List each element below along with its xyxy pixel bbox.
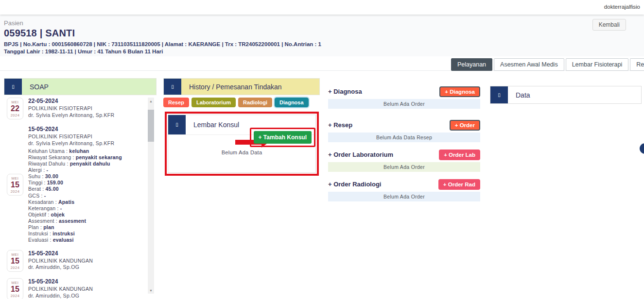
entry-date: 22-05-2024 — [28, 98, 114, 104]
badge-month: MEI — [7, 100, 23, 104]
patient-info-line2: Tanggal Lahir : 1982-11-11 | Umur : 41 T… — [4, 49, 640, 54]
add-diagnosa-button[interactable]: + Diagnosa — [439, 86, 480, 97]
diagnosa-section: + Diagnosa + Diagnosa Belum Ada Order — [328, 86, 480, 109]
patient-info-line1: BPJS | No.Kartu : 0001560860728 | NIK : … — [4, 41, 640, 47]
badge-month: MEI — [7, 176, 23, 181]
detail-line: Objektif : objek — [28, 212, 122, 218]
lembar-konsul-icon-box: ▯ — [168, 115, 186, 134]
soap-panel-title: SOAP — [22, 79, 156, 95]
entry-doctor: dr. Sylvia Evelyn Aritonang, Sp.KFR — [28, 140, 122, 147]
history-panel: ▯ History / Pemesanan Tindakan Resep Lab… — [163, 78, 320, 176]
detail-line: Riwayat Dahulu : penyakit dahulu — [28, 161, 122, 167]
orders-column: + Diagnosa + Diagnosa Belum Ada Order + … — [328, 86, 480, 208]
tab-pelayanan[interactable]: Pelayanan — [451, 58, 492, 71]
date-badge: MEI 22 2024 — [7, 98, 23, 119]
laboratorium-empty-bar: Belum Ada Order — [328, 162, 480, 172]
entry-clinic: POLIKLINIK FISIOTERAPI — [28, 105, 114, 112]
detail-line: Kesadaran : Apatis — [28, 199, 122, 205]
detail-line: Suhu : 30.00 — [28, 173, 122, 180]
entry-date: 15-05-2024 — [28, 278, 93, 285]
scroll-down-icon[interactable]: ▼ — [148, 287, 154, 294]
detail-line: Berat : 45.00 — [28, 186, 122, 192]
resep-filter-button[interactable]: Resep — [163, 98, 189, 107]
tambah-konsul-button[interactable]: + Tambah Konsul — [254, 131, 312, 144]
annotation-box-button: + Tambah Konsul — [250, 128, 315, 147]
patient-header: Pasien 059518 | SANTI BPJS | No.Kartu : … — [0, 15, 644, 56]
entry-doctor: dr. Amiruddin, Sp.OG — [28, 293, 93, 299]
data-panel-icon-box: ▯ — [490, 86, 508, 103]
resep-section: + Resep + Order Belum Ada Data Resep — [328, 119, 480, 142]
soap-entry[interactable]: MEI 15 2024 15-05-2024 POLIKLINIK KANDUN… — [7, 250, 145, 272]
scroll-up-icon[interactable]: ▲ — [148, 98, 154, 104]
soap-entry[interactable]: MEI 15 2024 15-05-2024 POLIKLINIK FISIOT… — [7, 126, 145, 243]
annotation-box-outer: ▯ Lembar Konsul + Tambah Konsul Belum Ad… — [165, 112, 319, 176]
soap-entry[interactable]: MEI 22 2024 22-05-2024 POLIKLINIK FISIOT… — [7, 98, 145, 119]
order-laboratorium-title: + Order Laboratorium — [328, 151, 393, 158]
soap-scrollbar[interactable]: ▲ ▼ — [148, 98, 154, 294]
order-radiologi-row: + Order Radiologi + Order Rad — [328, 179, 480, 190]
detail-line: Keterangan : - — [28, 205, 122, 212]
history-panel-icon-box: ▯ — [164, 79, 181, 95]
resep-section-row: + Resep + Order — [328, 119, 480, 131]
user-menu[interactable]: dokterrajalfisio — [604, 4, 640, 10]
badge-year: 2024 — [7, 113, 23, 117]
badge-month: MEI — [7, 281, 23, 285]
date-badge: MEI 15 2024 — [7, 174, 23, 196]
entry-details: Keluhan Utama : keluhan Riwayat Sekarang… — [28, 148, 122, 244]
diagnosa-empty-bar: Belum Ada Order — [328, 99, 480, 109]
detail-line: GCS : - — [28, 193, 122, 199]
detail-line: Evaluasi : evaluasi — [28, 237, 122, 243]
resep-empty-bar: Belum Ada Data Resep — [328, 133, 480, 142]
diagnosa-section-row: + Diagnosa + Diagnosa — [328, 86, 480, 97]
diagnosa-section-title: + Diagnosa — [328, 88, 362, 95]
detail-line: Alergi : - — [28, 167, 122, 173]
placeholder-icon: ▯ — [171, 84, 174, 89]
badge-month: MEI — [7, 252, 23, 257]
history-filter-buttons: Resep Laboratorium Radiologi Diagnosa — [163, 98, 320, 107]
soap-panel: ▯ SOAP MEI 22 2024 22-05-2024 POLIKLINIK… — [4, 78, 157, 299]
tab-resume-medis[interactable]: Resume Medis — [630, 58, 644, 71]
badge-year: 2024 — [7, 266, 23, 270]
diagnosa-filter-button[interactable]: Diagnosa — [275, 98, 309, 107]
radiologi-filter-button[interactable]: Radiologi — [238, 98, 272, 107]
entry-clinic: POLIKLINIK KANDUNGAN — [28, 258, 93, 265]
lembar-konsul-panel: ▯ Lembar Konsul + Tambah Konsul Belum Ad… — [168, 115, 316, 173]
placeholder-icon: ▯ — [12, 84, 15, 89]
detail-line: Keluhan Utama : keluhan — [28, 148, 122, 154]
entry-clinic: POLIKLINIK KANDUNGAN — [28, 286, 93, 293]
laboratorium-filter-button[interactable]: Laboratorium — [191, 98, 236, 107]
detail-line: Tinggi : 159.00 — [28, 180, 122, 186]
soap-entry[interactable]: MEI 15 2024 15-05-2024 POLIKLINIK KANDUN… — [7, 278, 145, 299]
order-radiologi-section: + Order Radiologi + Order Rad Belum Ada … — [328, 179, 480, 201]
entry-date: 15-05-2024 — [28, 250, 93, 257]
badge-day: 22 — [7, 104, 23, 113]
data-panel-title: Data — [508, 86, 641, 103]
floating-action-button[interactable] — [640, 143, 644, 154]
placeholder-icon: ▯ — [175, 122, 178, 127]
resep-section-title: + Resep — [328, 121, 352, 129]
lembar-konsul-body: + Tambah Konsul Belum Ada Data — [168, 135, 315, 172]
soap-panel-header: ▯ SOAP — [4, 78, 157, 95]
date-badge: MEI 15 2024 — [7, 250, 23, 272]
detail-line: Riwayat Sekarang : penyakit sekarang — [28, 154, 122, 161]
order-radiologi-title: + Order Radiologi — [328, 181, 381, 188]
badge-year: 2024 — [7, 294, 23, 298]
add-order-resep-button[interactable]: + Order — [450, 120, 480, 131]
scrollbar-thumb[interactable] — [148, 110, 154, 142]
patient-section-label: Pasien — [4, 19, 640, 27]
back-button[interactable]: Kembali — [592, 19, 626, 31]
detail-line: Instruksi : instruksi — [28, 231, 122, 237]
add-order-lab-button[interactable]: + Order Lab — [439, 150, 480, 160]
badge-day: 15 — [7, 181, 23, 189]
soap-panel-icon-box: ▯ — [4, 79, 22, 95]
entry-clinic: POLIKLINIK FISIOTERAPI — [28, 133, 122, 140]
tab-lembar-fisioterapi[interactable]: Lembar Fisioterapi — [566, 58, 629, 71]
entry-date: 15-05-2024 — [28, 126, 122, 133]
badge-day: 15 — [7, 257, 23, 266]
history-panel-title: History / Pemesanan Tindakan — [181, 79, 319, 95]
data-panel: ▯ Data — [490, 86, 642, 104]
detail-line: Assesment : assesment — [28, 218, 122, 224]
top-bar: dokterrajalfisio — [0, 0, 644, 15]
add-order-rad-button[interactable]: + Order Rad — [438, 179, 480, 190]
tab-asesmen-awal-medis[interactable]: Asesmen Awal Medis — [494, 58, 564, 71]
